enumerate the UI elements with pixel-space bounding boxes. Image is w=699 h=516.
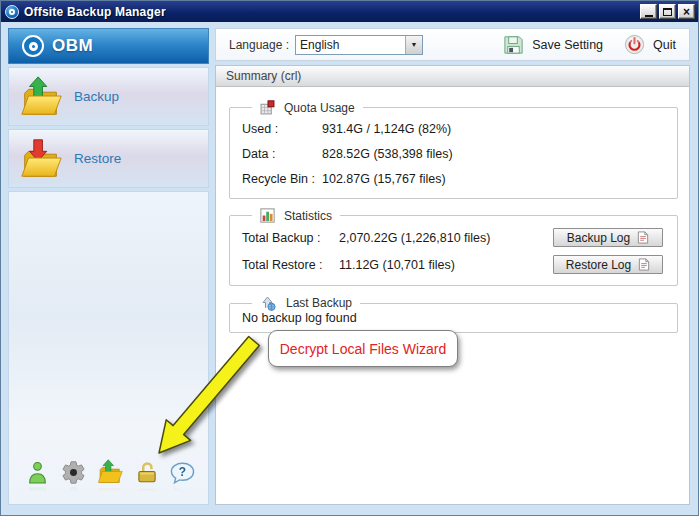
statistics-icon [260,208,275,223]
log-document-icon [637,231,649,244]
help-icon: ? [169,460,196,486]
last-backup-icon [260,295,277,311]
user-icon [25,460,50,486]
summary-panel: Summary (crl) Quota Usage Used : 931.4G … [215,65,690,505]
quota-recycle-row: Recycle Bin : 102.87G (15,767 files) [242,166,667,191]
restore-folder-icon [18,136,64,182]
statistics-legend: Statistics [284,209,332,223]
quit-label: Quit [653,38,676,52]
settings-gear-icon [60,459,87,486]
user-profile-button[interactable] [25,460,50,490]
main-area: Language : English ▼ Save Setting [215,28,690,505]
obm-logo-icon [22,35,44,57]
close-icon: × [683,7,690,17]
quota-data-value: 828.52G (538,398 files) [322,147,453,161]
quit-power-icon [623,33,646,56]
last-backup-group: Last Backup No backup log found [229,295,678,333]
decrypt-lock-icon [134,459,160,486]
quota-usage-group: Quota Usage Used : 931.4G / 1,124G (82%)… [229,100,678,199]
export-backup-set-button[interactable] [96,458,124,490]
restore-log-label: Restore Log [566,258,631,272]
chevron-down-icon: ▼ [405,36,422,54]
sidebar-item-restore[interactable]: Restore [8,129,209,188]
language-dropdown-value: English [296,38,405,52]
quota-recycle-value: 102.87G (15,767 files) [322,172,446,186]
total-backup-label: Total Backup : [242,231,339,245]
maximize-button[interactable] [659,4,676,19]
save-setting-button[interactable]: Save Setting [502,33,603,56]
backup-log-label: Backup Log [567,231,630,245]
quit-button[interactable]: Quit [623,33,676,56]
window-title: Offsite Backup Manager [24,5,638,19]
quota-usage-icon [260,100,275,115]
save-setting-label: Save Setting [532,38,603,52]
sidebar-item-restore-label: Restore [74,151,121,166]
sidebar-panel: ? [8,191,209,505]
minimize-icon [645,15,653,17]
decrypt-local-files-button[interactable] [134,459,160,490]
backup-log-button[interactable]: Backup Log [553,228,663,247]
quota-used-row: Used : 931.4G / 1,124G (82%) [242,116,667,141]
total-backup-value: 2,070.22G (1,226,810 files) [339,231,553,245]
minimize-button[interactable] [640,4,657,19]
annotation-callout-text: Decrypt Local Files Wizard [280,341,447,357]
obm-logo-text: OBM [52,36,93,56]
obm-home-button[interactable]: OBM [8,28,209,64]
backup-folder-icon [18,74,64,120]
help-button[interactable]: ? [169,460,196,490]
quota-data-row: Data : 828.52G (538,398 files) [242,141,667,166]
language-dropdown[interactable]: English ▼ [295,35,423,55]
restore-log-button[interactable]: Restore Log [553,255,663,274]
quota-data-label: Data : [242,147,322,161]
maximize-icon [663,8,672,16]
summary-panel-header: Summary (crl) [216,66,689,87]
save-floppy-icon [502,33,525,56]
last-backup-legend: Last Backup [286,296,352,310]
total-restore-row: Total Restore : 11.12G (10,701 files) Re… [242,251,667,278]
total-backup-row: Total Backup : 2,070.22G (1,226,810 file… [242,224,667,251]
sidebar-item-backup[interactable]: Backup [8,67,209,126]
quota-used-value: 931.4G / 1,124G (82%) [322,122,451,136]
annotation-callout: Decrypt Local Files Wizard [268,330,458,367]
top-toolbar: Language : English ▼ Save Setting [215,28,690,61]
sidebar-footer-icons: ? [9,458,208,504]
total-restore-value: 11.12G (10,701 files) [339,258,553,272]
last-backup-message: No backup log found [242,311,667,325]
summary-panel-body: Quota Usage Used : 931.4G / 1,124G (82%)… [216,87,689,504]
help-glyph: ? [179,465,186,479]
statistics-group: Statistics Total Backup : 2,070.22G (1,2… [229,208,678,286]
quota-recycle-label: Recycle Bin : [242,172,322,186]
sidebar-item-backup-label: Backup [74,89,119,104]
log-document-icon [638,258,650,271]
total-restore-label: Total Restore : [242,258,339,272]
export-folder-icon [96,458,124,486]
title-bar: Offsite Backup Manager × [1,1,698,22]
quota-used-label: Used : [242,122,322,136]
sidebar: OBM Backup [8,28,209,505]
quota-usage-legend: Quota Usage [284,101,355,115]
app-logo-icon [5,5,19,19]
settings-button[interactable] [60,459,87,490]
close-button[interactable]: × [678,4,695,19]
app-window: Offsite Backup Manager × OBM Backup [0,0,699,516]
language-label: Language : [229,38,289,52]
